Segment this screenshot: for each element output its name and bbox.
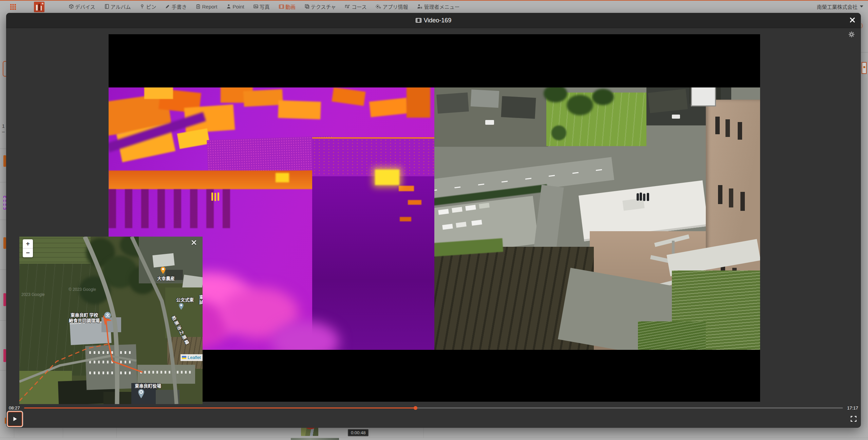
gears-icon — [376, 4, 381, 9]
progress-played — [24, 407, 416, 408]
nav-item-label: Point — [232, 4, 244, 9]
leaflet-link[interactable]: Leaflet — [188, 355, 201, 360]
bg-right-strip: ) — [861, 13, 868, 428]
nav-item-course[interactable]: コース — [345, 3, 366, 10]
film-icon — [279, 4, 284, 9]
nav-item-label: 動画 — [285, 3, 296, 10]
layers-icon — [305, 4, 309, 9]
pin-icon — [140, 4, 145, 9]
bg-left-strip: 1 – — [0, 13, 6, 428]
nav-item-devices[interactable]: デバイス — [69, 3, 95, 10]
bg-video-thumbnail — [301, 428, 318, 436]
clipboard-icon — [196, 4, 201, 9]
nav-item-label: アプリ情報 — [382, 3, 408, 10]
photo-icon — [253, 4, 258, 9]
fullscreen-icon — [851, 416, 856, 422]
nav-item-app-info[interactable]: アプリ情報 — [376, 3, 408, 10]
people-on-roof — [637, 193, 651, 204]
nav-item-point[interactable]: Point — [226, 4, 244, 9]
bg-video-duration-badge: 0:00:48 — [348, 429, 369, 436]
bg-video-thumbnail-2 — [291, 438, 339, 440]
playhead-knob[interactable] — [414, 406, 417, 410]
modal-title-text: Video-169 — [424, 17, 452, 24]
map-zoom-out-button[interactable]: − — [23, 248, 33, 257]
map-partial-label: 東試 — [198, 295, 203, 305]
minimap[interactable]: © 2023 Google 2023 Google 大幸農産 公文式東 東串良町… — [19, 237, 203, 404]
nav-item-label: ピン — [146, 3, 156, 10]
nav-item-album[interactable]: アルバム — [105, 3, 131, 10]
modal-header: Video-169 — [6, 13, 861, 28]
nav-item-handwriting[interactable]: 手書き — [165, 3, 187, 10]
cube-icon — [69, 4, 74, 9]
nav-item-label: 手書き — [171, 3, 187, 10]
pencil-icon — [165, 4, 170, 9]
top-navigation-bar: N デバイスアルバムピン手書きReportPoint写真動画テクスチャコースアプ… — [0, 0, 868, 12]
poi-label-kumon: 公文式東 — [176, 296, 194, 303]
modal-title: Video-169 — [416, 17, 452, 24]
nav-item-report[interactable]: Report — [196, 4, 217, 9]
fullscreen-button[interactable] — [851, 416, 856, 422]
bg-bottom-strip: 0:00:48 — [0, 428, 868, 440]
play-icon — [12, 416, 18, 422]
topbar-nav: デバイスアルバムピン手書きReportPoint写真動画テクスチャコースアプリ情… — [69, 1, 459, 12]
caret-down-icon — [860, 5, 863, 7]
map-close-icon[interactable] — [191, 240, 196, 246]
nav-item-label: 写真 — [260, 3, 270, 10]
close-icon[interactable] — [850, 17, 855, 24]
nav-item-label: Report — [202, 4, 217, 9]
map-credit-center: © 2023 Google — [69, 287, 96, 292]
nav-item-admin-menu[interactable]: 管理者メニュー — [417, 3, 459, 10]
nav-item-texture[interactable]: テクスチャ — [305, 3, 336, 10]
bg-pagination-fragment: 1 – — [2, 123, 6, 134]
map-zoom-in-button[interactable]: + — [23, 239, 33, 248]
person-icon — [226, 4, 231, 9]
current-time: 08:27 — [9, 405, 20, 411]
poi-marker-school: 文 — [104, 312, 111, 319]
poi-marker-kumon — [179, 303, 184, 311]
nav-item-pin[interactable]: ピン — [140, 3, 156, 10]
leaflet-flag-icon — [182, 356, 186, 359]
nav-item-photo[interactable]: 写真 — [253, 3, 270, 10]
app-grid-menu-icon[interactable] — [10, 4, 16, 11]
nav-item-label: テクスチャ — [311, 3, 336, 10]
usergear-icon — [417, 4, 422, 9]
poi-marker-farm — [161, 267, 166, 275]
company-menu[interactable]: 南榮工業株式会社 — [817, 1, 863, 12]
pulse-icon — [345, 4, 350, 9]
nav-item-video[interactable]: 動画 — [279, 3, 296, 10]
nav-item-label: 管理者メニュー — [424, 3, 459, 10]
map-zoom-control: + − — [23, 239, 33, 257]
video-player-modal: Video-169 — [6, 13, 861, 428]
bg-right-fragment: ) — [861, 22, 863, 28]
video-frame — [109, 87, 760, 350]
total-time: 17:17 — [847, 405, 858, 411]
video-surface[interactable] — [109, 34, 760, 402]
thermal-people-figures — [211, 193, 225, 201]
poi-marker-townhall — [138, 389, 144, 400]
play-button[interactable] — [7, 412, 22, 426]
company-name: 南榮工業株式会社 — [817, 3, 857, 10]
map-credit-left: 2023 Google — [21, 292, 45, 297]
book-icon — [105, 4, 109, 9]
visible-camera-view — [434, 87, 760, 350]
film-icon — [416, 18, 421, 23]
poi-label-farm: 大幸農産 — [157, 275, 175, 281]
progress-bar[interactable] — [24, 407, 843, 408]
poi-label-townhall: 東串良町役場 — [135, 382, 161, 389]
nav-item-label: デバイス — [75, 3, 95, 10]
map-attribution: Leaflet — [181, 354, 203, 361]
player-timeline-row: 08:27 17:17 — [9, 404, 858, 411]
app-logo[interactable]: N — [34, 2, 44, 12]
settings-gear-icon[interactable] — [848, 31, 855, 39]
poi-label-school: 東串良町 学校 給食共同調理場 — [69, 313, 100, 323]
nav-item-label: アルバム — [111, 3, 131, 10]
nav-item-label: コース — [352, 3, 366, 10]
